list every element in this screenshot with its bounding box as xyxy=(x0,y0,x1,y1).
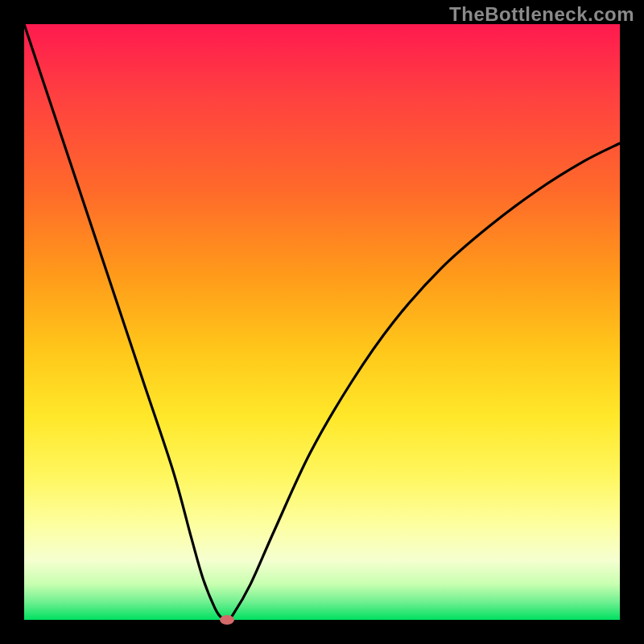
plot-area xyxy=(24,24,620,620)
chart-frame: TheBottleneck.com xyxy=(0,0,644,644)
watermark-text: TheBottleneck.com xyxy=(449,3,634,26)
optimum-marker xyxy=(220,615,234,625)
bottleneck-curve xyxy=(24,24,620,620)
